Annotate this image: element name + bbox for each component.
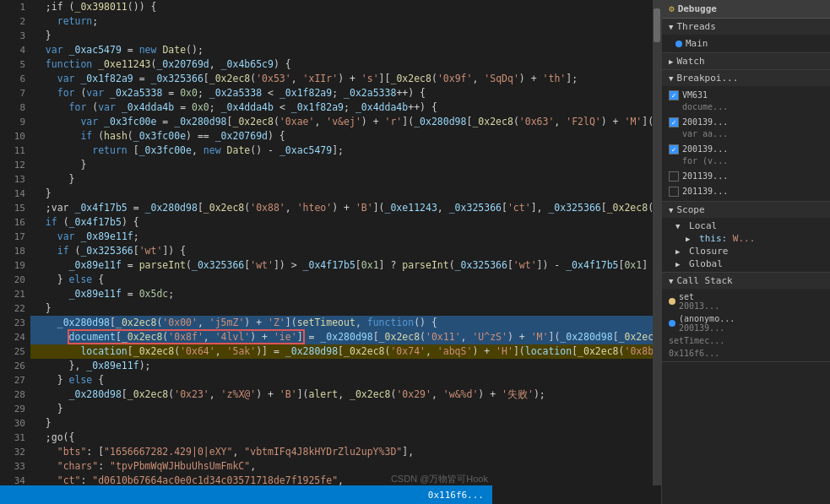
call-stack-item-1[interactable]: set 20013... xyxy=(662,290,830,312)
breakpoints-arrow-icon: ▼ xyxy=(669,74,673,83)
vertical-scrollbar[interactable] xyxy=(653,0,661,485)
bp-checkbox-1[interactable]: ✓ xyxy=(669,90,679,100)
bp-text-2: 200139...var aa... xyxy=(682,117,728,140)
threads-section: ▼ Threads Main xyxy=(662,19,830,53)
code-line-23: _0x280d98[_0x2ec8('0x00', 'j5mZ') + 'Z']… xyxy=(30,316,661,330)
scope-label: Scope xyxy=(676,204,704,215)
code-line-19: _0x89e11f = parseInt(_0x325366['wt']) > … xyxy=(30,258,661,273)
code-line-22: } xyxy=(30,301,661,316)
code-line-25: location[_0x2ec8('0x64', '5ak')] = _0x28… xyxy=(30,344,661,359)
call-stack-label: Call Stack xyxy=(676,275,732,286)
code-line-31: ;go({ xyxy=(30,431,661,445)
scope-header[interactable]: ▼ Scope xyxy=(662,202,830,218)
bp-checkbox-5[interactable] xyxy=(669,187,679,197)
threads-content: Main xyxy=(662,35,830,52)
watch-label: Watch xyxy=(676,56,704,67)
code-line-7: for (var _0x2a5338 = 0x0; _0x2a5338 < _0… xyxy=(30,86,661,100)
code-line-17: var _0x89e11f; xyxy=(30,230,661,244)
breakpoint-item-5[interactable]: 201139... xyxy=(662,184,830,199)
watch-arrow-icon: ▶ xyxy=(669,57,673,66)
code-line-26: }, _0x89e11f); xyxy=(30,359,661,373)
bp-checkbox-3[interactable]: ✓ xyxy=(669,144,679,154)
debug-icon: ⚙ xyxy=(669,3,675,14)
status-bar: 0x116f6... xyxy=(0,485,492,504)
debug-title: ⚙ Debugge xyxy=(662,0,830,19)
call-stack-dot-2 xyxy=(669,320,675,327)
code-line-8: for (var _0x4dda4b = 0x0; _0x4dda4b < _0… xyxy=(30,100,661,115)
breakpoints-label: Breakpoi... xyxy=(676,73,738,84)
scope-this-val: W... xyxy=(733,233,756,244)
code-line-6: var _0x1f82a9 = _0x325366[_0x2ec8('0x53'… xyxy=(30,72,661,86)
code-content[interactable]: ;if (_0x398011()) { return; } var _0xac5… xyxy=(30,0,661,504)
code-line-3: } xyxy=(30,29,661,43)
code-line-11: return [_0x3fc00e, new Date() - _0xac547… xyxy=(30,144,661,158)
watch-section: ▶ Watch xyxy=(662,53,830,70)
breakpoint-item-3[interactable]: ✓ 200139...for (v... xyxy=(662,142,830,169)
breakpoints-section: ▼ Breakpoi... ✓ VM631docume... ✓ 200139.… xyxy=(662,70,830,202)
code-line-20: } else { xyxy=(30,273,661,287)
breakpoint-item-2[interactable]: ✓ 200139...var aa... xyxy=(662,115,830,142)
threads-header[interactable]: ▼ Threads xyxy=(662,19,830,35)
code-line-29: } xyxy=(30,402,661,416)
debug-panel: ⚙ Debugge ▼ Threads Main ▶ Watch xyxy=(661,0,830,504)
code-line-21: _0x89e11f = 0x5dc; xyxy=(30,287,661,301)
call-stack-header[interactable]: ▼ Call Stack xyxy=(662,273,830,289)
code-line-16: if (_0x4f17b5) { xyxy=(30,215,661,230)
bp-checkbox-4[interactable] xyxy=(669,171,679,182)
threads-arrow-icon: ▼ xyxy=(669,23,673,31)
code-line-13: } xyxy=(30,172,661,187)
thread-active-dot xyxy=(675,41,682,47)
code-line-27: } else { xyxy=(30,373,661,387)
code-line-4: var _0xac5479 = new Date(); xyxy=(30,43,661,57)
scope-this-arrow: ▶ xyxy=(686,235,690,243)
scope-section: ▼ Scope ▼ Local ▶ this: W... ▶ Closure ▶ xyxy=(662,202,830,273)
call-stack-content: set 20013... (anonymo... 200139... setTi… xyxy=(662,289,830,361)
bp-text-5: 201139... xyxy=(682,186,728,198)
thread-main[interactable]: Main xyxy=(662,36,830,51)
scope-global-label: Global xyxy=(689,258,723,269)
call-stack-section: ▼ Call Stack set 20013... (anonymo... 20… xyxy=(662,273,830,362)
code-line-2: return; xyxy=(30,14,661,29)
code-line-24: document[_0x2ec8('0x8f', '4lvl') + 'ie']… xyxy=(30,330,661,344)
bp-text-4: 201139... xyxy=(682,171,728,182)
code-line-5: function _0xe11243(_0x20769d, _0x4b65c9)… xyxy=(30,57,661,72)
scope-local-label: Local xyxy=(689,220,717,231)
breakpoints-content: ✓ VM631docume... ✓ 200139...var aa... ✓ … xyxy=(662,86,830,201)
scope-this-key: this: xyxy=(699,233,733,244)
scope-this[interactable]: ▶ this: W... xyxy=(662,232,830,245)
code-line-15: ;var _0x4f17b5 = _0x280d98[_0x2ec8('0x88… xyxy=(30,201,661,215)
call-stack-settimeout: setTimec... xyxy=(662,334,830,347)
code-line-30: } xyxy=(30,416,661,431)
call-stack-text-1: set 20013... xyxy=(679,292,719,311)
scope-closure[interactable]: ▶ Closure xyxy=(662,245,830,257)
call-stack-active-icon xyxy=(669,298,675,305)
code-line-12: } xyxy=(30,158,661,172)
status-right: 0x116f6... xyxy=(428,490,484,501)
scope-global-arrow: ▶ xyxy=(675,260,680,268)
bp-checkbox-2[interactable]: ✓ xyxy=(669,117,679,127)
code-line-28: _0x280d98[_0x2ec8('0x23', 'z%X@') + 'B']… xyxy=(30,387,661,402)
call-stack-text-2: (anonymo... 200139... xyxy=(679,314,735,333)
bp-text-1: VM631docume... xyxy=(682,89,728,113)
code-line-1: ;if (_0x398011()) { xyxy=(30,0,661,14)
code-line-10: if (hash(_0x3fc00e) == _0x20769d) { xyxy=(30,129,661,144)
bp-text-3: 200139...for (v... xyxy=(682,144,728,167)
scope-local[interactable]: ▼ Local xyxy=(662,219,830,232)
scope-content: ▼ Local ▶ this: W... ▶ Closure ▶ Global xyxy=(662,218,830,272)
call-stack-line-info: 0x116f6... xyxy=(662,347,830,360)
code-line-14: } xyxy=(30,187,661,201)
breakpoint-item-1[interactable]: ✓ VM631docume... xyxy=(662,88,830,115)
watch-header[interactable]: ▶ Watch xyxy=(662,53,830,69)
thread-main-label: Main xyxy=(686,38,708,49)
scope-closure-label: Closure xyxy=(689,246,728,257)
threads-label: Threads xyxy=(676,21,715,32)
breakpoints-header[interactable]: ▼ Breakpoi... xyxy=(662,70,830,86)
line-numbers: 1 2 3 4 5 6 7 8 9 10 11 12 13 14 15 16 1… xyxy=(0,0,30,504)
breakpoint-item-4[interactable]: 201139... xyxy=(662,169,830,184)
scope-local-arrow: ▼ xyxy=(675,222,680,230)
scope-global[interactable]: ▶ Global xyxy=(662,257,830,270)
call-stack-item-2[interactable]: (anonymo... 200139... xyxy=(662,312,830,334)
scope-arrow-icon: ▼ xyxy=(669,206,673,214)
call-stack-arrow-icon: ▼ xyxy=(669,277,673,285)
code-line-18: if (_0x325366['wt']) { xyxy=(30,244,661,258)
